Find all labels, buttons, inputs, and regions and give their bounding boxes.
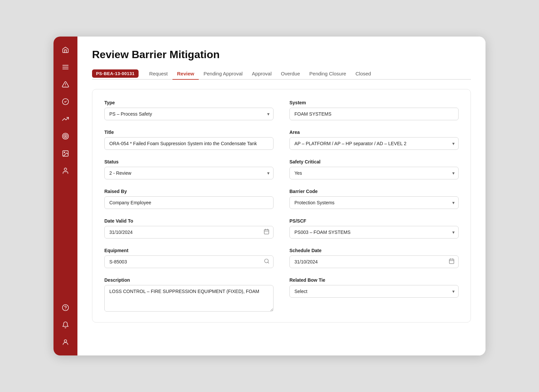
title-input[interactable]	[104, 137, 273, 150]
help-icon[interactable]	[58, 300, 73, 315]
trend-icon[interactable]	[58, 112, 73, 126]
raised-by-input[interactable]	[104, 196, 273, 209]
check-circle-icon[interactable]	[58, 94, 73, 109]
related-bow-tie-label: Related Bow Tie	[289, 277, 459, 283]
area-label: Area	[289, 130, 459, 135]
date-valid-to-input[interactable]	[104, 226, 273, 239]
main-content: Review Barrier Mitigation PS-BEA-13-0013…	[77, 37, 485, 355]
title-label: Title	[104, 130, 273, 135]
tab-pending-approval[interactable]: Pending Approval	[199, 68, 247, 80]
date-valid-to-group: Date Valid To	[104, 218, 273, 239]
date-valid-to-wrapper	[104, 226, 273, 239]
area-select-wrapper: AP – PLATFORM / AP – HP separator / AD –…	[289, 137, 459, 150]
schedule-date-wrapper	[289, 255, 459, 268]
tab-closed[interactable]: Closed	[351, 68, 376, 80]
schedule-date-label: Schedule Date	[289, 248, 459, 253]
type-label: Type	[104, 100, 273, 105]
svg-point-10	[64, 152, 65, 153]
page-title: Review Barrier Mitigation	[92, 49, 471, 61]
safety-critical-label: Safety Critical	[289, 159, 459, 164]
raised-by-label: Raised By	[104, 189, 273, 194]
title-group: Title	[104, 130, 273, 150]
safety-critical-select[interactable]: Yes No	[289, 167, 459, 179]
ps-scf-label: PS/SCF	[289, 218, 459, 224]
form-card: Type PS – Process Safety HS – Health Saf…	[92, 89, 471, 323]
home-icon[interactable]	[58, 43, 73, 57]
ps-scf-group: PS/SCF PS003 – FOAM SYSTEMS PS001 – GAS …	[289, 218, 459, 239]
svg-point-7	[64, 135, 67, 138]
system-label: System	[289, 100, 459, 105]
record-id-badge[interactable]: PS-BEA-13-00131	[92, 69, 139, 78]
svg-point-8	[65, 136, 66, 137]
barrier-code-group: Barrier Code Protection Systems Preventi…	[289, 189, 459, 209]
alert-triangle-icon[interactable]	[58, 77, 73, 92]
target-icon[interactable]	[58, 129, 73, 144]
barrier-code-select[interactable]: Protection Systems Prevention Systems Mi…	[289, 196, 459, 209]
safety-critical-select-wrapper: Yes No ▾	[289, 167, 459, 179]
related-bow-tie-select[interactable]: Select Option A Option B	[289, 285, 459, 298]
description-label: Description	[104, 277, 273, 283]
equipment-wrapper	[104, 255, 273, 268]
ps-scf-select-wrapper: PS003 – FOAM SYSTEMS PS001 – GAS SYSTEMS…	[289, 226, 459, 239]
type-group: Type PS – Process Safety HS – Health Saf…	[104, 100, 273, 120]
bell-icon[interactable]	[58, 318, 73, 332]
tab-pending-closure[interactable]: Pending Closure	[305, 68, 351, 80]
tab-approval[interactable]: Approval	[247, 68, 276, 80]
barrier-code-label: Barrier Code	[289, 189, 459, 194]
raised-by-group: Raised By	[104, 189, 273, 209]
status-group: Status 1 - Request 2 - Review 3 - Pendin…	[104, 159, 273, 179]
form-grid: Type PS – Process Safety HS – Health Saf…	[104, 100, 459, 312]
related-bow-tie-select-wrapper: Select Option A Option B ▾	[289, 285, 459, 298]
schedule-date-input[interactable]	[289, 255, 459, 268]
system-group: System	[289, 100, 459, 120]
sidebar	[54, 37, 77, 355]
description-textarea[interactable]: LOSS CONTROL – FIRE SUPPRESSION EQUIPMEN…	[104, 285, 273, 312]
svg-point-11	[64, 168, 66, 170]
tab-request[interactable]: Request	[145, 68, 172, 80]
type-select[interactable]: PS – Process Safety HS – Health Safety E…	[104, 108, 273, 120]
related-bow-tie-group: Related Bow Tie Select Option A Option B…	[289, 277, 459, 312]
equipment-input[interactable]	[104, 255, 273, 268]
tab-bar: PS-BEA-13-00131 Request Review Pending A…	[92, 68, 471, 80]
status-select[interactable]: 1 - Request 2 - Review 3 - Pending Appro…	[104, 167, 273, 179]
app-container: Review Barrier Mitigation PS-BEA-13-0013…	[54, 37, 485, 355]
safety-critical-group: Safety Critical Yes No ▾	[289, 159, 459, 179]
area-group: Area AP – PLATFORM / AP – HP separator /…	[289, 130, 459, 150]
system-input[interactable]	[289, 108, 459, 120]
equipment-label: Equipment	[104, 248, 273, 253]
barrier-code-select-wrapper: Protection Systems Prevention Systems Mi…	[289, 196, 459, 209]
menu-icon[interactable]	[58, 60, 73, 74]
type-select-wrapper: PS – Process Safety HS – Health Safety E…	[104, 108, 273, 120]
tab-overdue[interactable]: Overdue	[276, 68, 305, 80]
svg-point-14	[64, 340, 66, 342]
ps-scf-select[interactable]: PS003 – FOAM SYSTEMS PS001 – GAS SYSTEMS…	[289, 226, 459, 239]
tab-review[interactable]: Review	[172, 68, 199, 80]
schedule-date-group: Schedule Date	[289, 248, 459, 268]
user-icon[interactable]	[58, 163, 73, 178]
status-label: Status	[104, 159, 273, 164]
area-select[interactable]: AP – PLATFORM / AP – HP separator / AD –…	[289, 137, 459, 150]
status-select-wrapper: 1 - Request 2 - Review 3 - Pending Appro…	[104, 167, 273, 179]
gallery-icon[interactable]	[58, 146, 73, 161]
date-valid-to-label: Date Valid To	[104, 218, 273, 224]
equipment-group: Equipment	[104, 248, 273, 268]
profile-icon[interactable]	[58, 335, 73, 349]
description-group: Description LOSS CONTROL – FIRE SUPPRESS…	[104, 277, 273, 312]
